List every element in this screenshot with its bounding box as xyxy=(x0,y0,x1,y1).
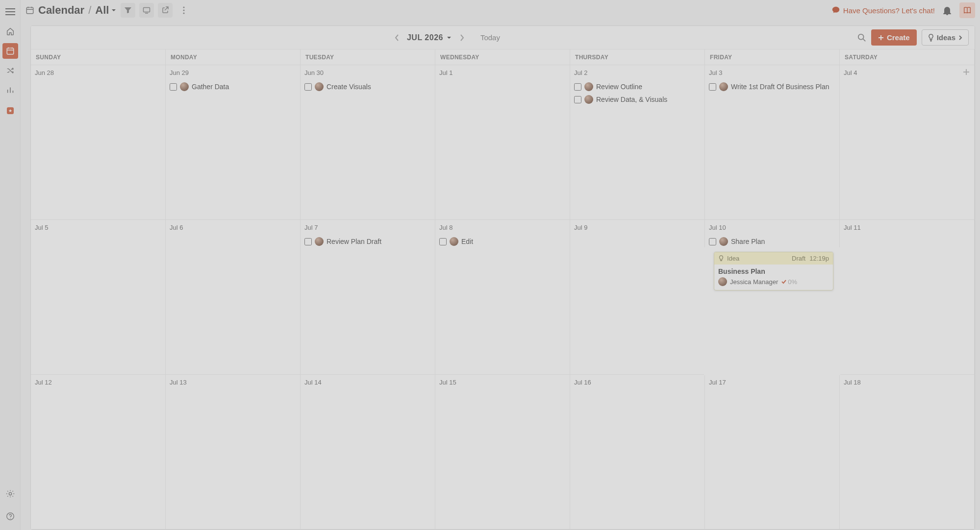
prev-month-button[interactable] xyxy=(394,33,400,42)
chat-text: Have Questions? Let's chat! xyxy=(843,6,935,15)
task-item[interactable]: Edit xyxy=(439,236,566,247)
search-button[interactable] xyxy=(857,33,866,42)
chevron-down-icon xyxy=(111,7,117,13)
calendar-cell[interactable]: Jul 6 xyxy=(166,220,301,375)
day-header: MONDAY xyxy=(166,49,301,65)
task-item[interactable]: Gather Data xyxy=(170,81,296,92)
calendar-cell[interactable]: Jul 8Edit xyxy=(435,220,570,375)
day-header: SATURDAY xyxy=(840,49,975,65)
calendar-cell[interactable]: Jul 7Review Plan Draft xyxy=(301,220,435,375)
day-header: FRIDAY xyxy=(705,49,840,65)
idea-card-header: IdeaDraft12:19p xyxy=(714,252,833,265)
svg-point-6 xyxy=(183,6,185,8)
calendar-cell[interactable]: Jul 16 xyxy=(570,375,705,530)
sidebar-item-home[interactable] xyxy=(2,24,18,39)
docs-button[interactable] xyxy=(959,2,975,18)
calendar-cell[interactable]: Jul 2Review OutlineReview Data, & Visual… xyxy=(570,65,705,220)
task-checkbox[interactable] xyxy=(709,238,716,245)
filter-dropdown[interactable]: All xyxy=(95,4,117,17)
calendar-cell[interactable]: Jul 17 xyxy=(705,375,840,530)
cell-date: Jul 4 xyxy=(844,69,970,76)
more-button[interactable] xyxy=(176,3,191,18)
sidebar-item-shuffle[interactable] xyxy=(2,63,18,78)
share-button[interactable] xyxy=(158,3,173,18)
avatar xyxy=(719,237,728,246)
sidebar-item-settings[interactable] xyxy=(2,486,18,502)
task-checkbox[interactable] xyxy=(170,83,177,91)
sidebar-item-analytics[interactable] xyxy=(2,82,18,98)
cell-date: Jul 11 xyxy=(844,224,970,231)
task-checkbox[interactable] xyxy=(709,83,716,91)
calendar-cell[interactable]: Jul 10Share PlanIdeaDraft12:19pBusiness … xyxy=(705,220,840,375)
lightbulb-icon xyxy=(928,34,934,42)
sidebar-item-help[interactable] xyxy=(2,508,18,524)
calendar-cell[interactable]: Jul 4 xyxy=(840,65,975,220)
task-item[interactable]: Create Visuals xyxy=(304,81,431,92)
cell-date: Jun 28 xyxy=(35,69,161,76)
task-item[interactable]: Share Plan xyxy=(709,236,835,247)
calendar-cell[interactable]: Jul 9 xyxy=(570,220,705,375)
task-item[interactable]: Review Outline xyxy=(574,81,701,92)
calendar-cell[interactable]: Jun 30Create Visuals xyxy=(301,65,435,220)
calendar-cell[interactable]: Jun 29Gather Data xyxy=(166,65,301,220)
task-item[interactable]: Write 1st Draft Of Business Plan xyxy=(709,81,835,92)
calendar-cell[interactable]: Jul 12 xyxy=(31,375,166,530)
sidebar-item-calendar[interactable] xyxy=(2,43,18,59)
dots-vertical-icon xyxy=(183,6,185,14)
bell-icon xyxy=(943,5,952,15)
svg-rect-0 xyxy=(7,48,14,54)
cell-date: Jun 30 xyxy=(304,69,431,76)
task-title: Gather Data xyxy=(192,82,296,91)
idea-progress: 0% xyxy=(781,278,797,286)
chevron-right-icon xyxy=(459,33,465,42)
task-checkbox[interactable] xyxy=(304,238,312,245)
task-checkbox[interactable] xyxy=(574,96,581,103)
cell-date: Jul 3 xyxy=(709,69,835,76)
check-icon xyxy=(781,279,787,285)
avatar xyxy=(180,82,189,91)
task-title: Review Data, & Visuals xyxy=(596,95,701,104)
calendar-cell[interactable]: Jul 14 xyxy=(301,375,435,530)
cell-date: Jun 29 xyxy=(170,69,296,76)
today-button[interactable]: Today xyxy=(480,33,500,42)
calendar-cell[interactable]: Jun 28 xyxy=(31,65,166,220)
idea-card[interactable]: IdeaDraft12:19pBusiness PlanJessica Mana… xyxy=(714,252,833,290)
cell-date: Jul 1 xyxy=(439,69,566,76)
svg-point-2 xyxy=(6,513,13,520)
cell-date: Jul 12 xyxy=(35,379,161,386)
task-checkbox[interactable] xyxy=(304,83,312,91)
calendar-cell[interactable]: Jul 11 xyxy=(840,220,975,375)
task-item[interactable]: Review Data, & Visuals xyxy=(574,94,701,105)
chat-link[interactable]: Have Questions? Let's chat! xyxy=(831,6,935,15)
sidebar-item-favorites[interactable]: ★ xyxy=(2,103,18,119)
hamburger-button[interactable] xyxy=(2,4,18,20)
notifications-button[interactable] xyxy=(939,5,955,15)
next-month-button[interactable] xyxy=(459,33,465,42)
task-checkbox[interactable] xyxy=(439,238,447,245)
month-selector[interactable]: JUL 2026 xyxy=(407,33,452,42)
add-item-button[interactable] xyxy=(962,68,970,76)
avatar xyxy=(719,82,728,91)
cell-date: Jul 17 xyxy=(709,379,835,386)
ideas-button[interactable]: Ideas xyxy=(922,29,969,46)
svg-point-9 xyxy=(858,34,864,39)
calendar-cell[interactable]: Jul 15 xyxy=(435,375,570,530)
bar-chart-icon xyxy=(6,86,15,95)
display-button[interactable] xyxy=(139,3,154,18)
calendar-cell[interactable]: Jul 13 xyxy=(166,375,301,530)
calendar-panel: JUL 2026 Today Create Ideas xyxy=(30,25,975,530)
task-item[interactable]: Review Plan Draft xyxy=(304,236,431,247)
calendar-cell[interactable]: Jul 18 xyxy=(840,375,975,530)
svg-point-3 xyxy=(10,518,10,518)
task-checkbox[interactable] xyxy=(574,83,581,91)
calendar-cell[interactable]: Jul 3Write 1st Draft Of Business Plan xyxy=(705,65,840,220)
lightbulb-icon xyxy=(718,255,724,262)
calendar-cell[interactable]: Jul 1 xyxy=(435,65,570,220)
chevron-down-icon xyxy=(446,35,452,41)
svg-rect-4 xyxy=(26,7,33,14)
day-header: SUNDAY xyxy=(31,49,166,65)
filter-button[interactable] xyxy=(121,3,135,18)
cell-date: Jul 8 xyxy=(439,224,566,231)
create-button[interactable]: Create xyxy=(871,29,917,46)
calendar-cell[interactable]: Jul 5 xyxy=(31,220,166,375)
